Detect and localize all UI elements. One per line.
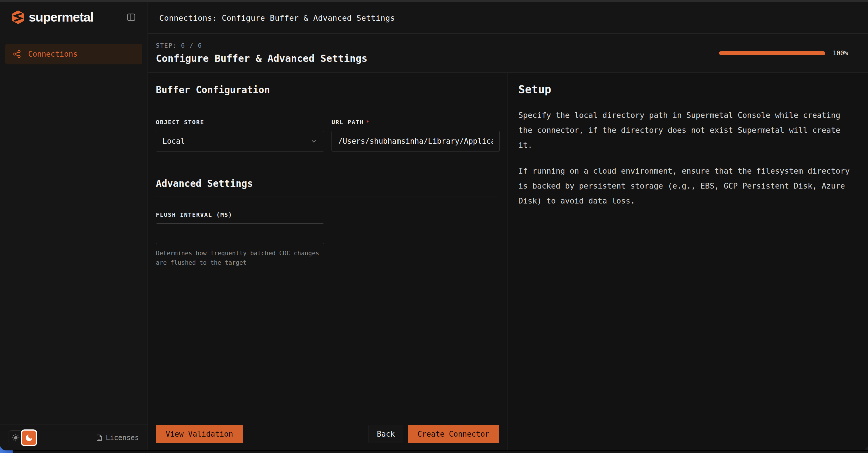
sidebar-item-label: Connections bbox=[28, 50, 78, 58]
sidebar-nav: Connections bbox=[0, 32, 148, 64]
sidebar-header: supermetal bbox=[0, 2, 148, 32]
flush-interval-field: FLUSH INTERVAL (MS) Determines how frequ… bbox=[156, 211, 324, 267]
main-area: Connections: Configure Buffer & Advanced… bbox=[148, 2, 868, 450]
supermetal-logo: supermetal bbox=[11, 10, 93, 25]
window-title-strip bbox=[0, 0, 868, 2]
logo-wordmark: supermetal bbox=[29, 10, 93, 25]
setup-paragraph: If running on a cloud environment, ensur… bbox=[518, 164, 856, 208]
connections-icon bbox=[12, 50, 21, 58]
back-button[interactable]: Back bbox=[369, 425, 403, 443]
object-store-field: OBJECT STORE Local bbox=[156, 119, 324, 151]
step-header: STEP: 6 / 6 Configure Buffer & Advanced … bbox=[148, 34, 868, 73]
chevron-down-icon bbox=[310, 137, 317, 145]
view-validation-button[interactable]: View Validation bbox=[156, 425, 243, 443]
advanced-settings-heading: Advanced Settings bbox=[156, 178, 499, 189]
licenses-label: Licenses bbox=[105, 434, 139, 442]
buffer-configuration-heading: Buffer Configuration bbox=[156, 84, 499, 95]
app-window: supermetal bbox=[0, 0, 868, 450]
required-asterisk: * bbox=[366, 119, 370, 125]
progress: 100% bbox=[719, 50, 848, 57]
object-store-label: OBJECT STORE bbox=[156, 119, 324, 125]
form-footer: View Validation Back Create Connector bbox=[148, 417, 507, 450]
section-divider bbox=[156, 197, 499, 197]
page-header: Connections: Configure Buffer & Advanced… bbox=[148, 2, 868, 34]
supermetal-logo-icon bbox=[11, 10, 25, 24]
licenses-link[interactable]: Licenses bbox=[96, 434, 139, 442]
moon-icon bbox=[25, 433, 33, 442]
sidebar: supermetal bbox=[0, 2, 148, 450]
flush-interval-helper: Determines how frequently batched CDC ch… bbox=[156, 249, 324, 267]
step-info: STEP: 6 / 6 Configure Buffer & Advanced … bbox=[156, 42, 367, 64]
desktop: supermetal bbox=[0, 0, 868, 453]
form-body: Buffer Configuration OBJECT STORE Local bbox=[148, 73, 507, 417]
step-title: Configure Buffer & Advanced Settings bbox=[156, 53, 367, 64]
create-connector-button[interactable]: Create Connector bbox=[408, 425, 499, 443]
flush-interval-input[interactable] bbox=[156, 223, 324, 244]
section-divider bbox=[156, 103, 499, 103]
progress-bar bbox=[719, 51, 825, 55]
form-column: Buffer Configuration OBJECT STORE Local bbox=[148, 73, 507, 450]
setup-heading: Setup bbox=[518, 83, 856, 96]
dock-strip bbox=[0, 450, 868, 453]
page-title: Connections: Configure Buffer & Advanced… bbox=[159, 13, 395, 22]
url-path-field: URL PATH * bbox=[332, 119, 500, 151]
dark-theme-button[interactable] bbox=[21, 429, 37, 446]
setup-paragraph: Specify the local directory path in Supe… bbox=[518, 108, 856, 152]
sun-icon bbox=[12, 434, 20, 442]
object-store-select[interactable]: Local bbox=[156, 131, 324, 151]
setup-panel: Setup Specify the local directory path i… bbox=[507, 73, 868, 450]
progress-percent: 100% bbox=[833, 50, 848, 57]
theme-toggle bbox=[9, 429, 37, 446]
object-store-value: Local bbox=[162, 137, 185, 145]
file-text-icon bbox=[96, 434, 103, 442]
url-path-input[interactable] bbox=[332, 131, 500, 151]
flush-interval-label: FLUSH INTERVAL (MS) bbox=[156, 211, 324, 218]
sidebar-collapse-button[interactable] bbox=[126, 12, 136, 22]
step-counter: STEP: 6 / 6 bbox=[156, 42, 367, 49]
sidebar-item-connections[interactable]: Connections bbox=[5, 44, 143, 64]
sidebar-footer: Licenses bbox=[0, 425, 148, 450]
panel-left-icon bbox=[126, 12, 136, 22]
progress-bar-fill bbox=[719, 51, 825, 55]
url-path-label: URL PATH * bbox=[332, 119, 500, 125]
